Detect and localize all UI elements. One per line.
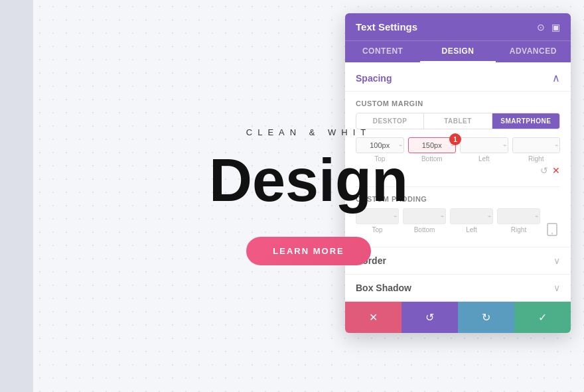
padding-bottom-wrapper: ⌁ — [403, 208, 446, 224]
border-section[interactable]: Border ∨ — [345, 247, 571, 274]
padding-bottom-input[interactable] — [403, 208, 446, 224]
left-sidebar — [0, 0, 33, 392]
tab-content[interactable]: Content — [345, 41, 420, 62]
margin-left-label: Left — [478, 155, 490, 163]
padding-right-wrapper: ⌁ — [497, 208, 540, 224]
padding-right-input[interactable] — [497, 208, 540, 224]
clean-text: CLEAN & WHIT — [246, 127, 371, 137]
margin-bottom-group: 1 ⌁ Bottom — [408, 137, 457, 163]
margin-right-wrapper: ⌁ — [512, 137, 561, 153]
padding-bottom-label: Bottom — [414, 226, 435, 233]
spacing-title: Spacing — [356, 73, 392, 84]
padding-top-label: Top — [372, 226, 382, 233]
box-shadow-chevron: ∨ — [553, 283, 560, 293]
custom-margin-label: Custom Margin — [356, 99, 560, 107]
design-text: Design — [209, 151, 408, 210]
padding-left-wrapper: ⌁ — [450, 208, 493, 224]
panel-tabs: Content Design Advanced — [345, 40, 571, 62]
redo-button[interactable]: ↻ — [458, 302, 514, 333]
spacing-toggle[interactable]: ∧ — [552, 72, 560, 84]
columns-icon[interactable]: ▣ — [551, 22, 560, 33]
tab-smartphone[interactable]: SMARTPHONE — [492, 113, 559, 129]
link-icon-left: ⌁ — [503, 142, 506, 149]
box-shadow-section[interactable]: Box Shadow ∨ — [345, 274, 571, 301]
panel-footer: ✕ ↺ ↻ ✓ — [345, 301, 571, 333]
link-icon-pad-bottom: ⌁ — [441, 213, 444, 220]
settings-icon[interactable]: ⊙ — [537, 22, 545, 33]
clear-margin-icon[interactable]: ✕ — [552, 165, 560, 176]
tab-advanced[interactable]: Advanced — [496, 41, 571, 62]
undo-button[interactable]: ↺ — [402, 302, 458, 333]
margin-right-input[interactable] — [512, 137, 561, 153]
panel-header-icons: ⊙ ▣ — [537, 22, 560, 33]
panel-header: Text Settings ⊙ ▣ — [345, 13, 571, 40]
margin-left-group: ⌁ Left — [460, 137, 508, 163]
learn-more-button[interactable]: LEARN MORE — [246, 237, 370, 265]
mobile-icon-button[interactable] — [544, 223, 560, 236]
padding-left-label: Left — [466, 226, 477, 233]
link-icon-right: ⌁ — [555, 142, 558, 149]
margin-left-input[interactable] — [460, 137, 508, 153]
tab-design[interactable]: Design — [420, 41, 495, 62]
box-shadow-title: Box Shadow — [356, 283, 411, 293]
border-chevron: ∨ — [553, 255, 560, 266]
mobile-icon — [547, 223, 557, 236]
tab-tablet[interactable]: TABLET — [424, 113, 492, 129]
link-icon-pad-left: ⌁ — [488, 213, 491, 220]
padding-bottom-group: ⌁ Bottom — [403, 208, 446, 233]
padding-left-input[interactable] — [450, 208, 493, 224]
cancel-button[interactable]: ✕ — [345, 302, 402, 333]
margin-left-wrapper: ⌁ — [460, 137, 508, 153]
panel-title: Text Settings — [356, 21, 417, 33]
margin-right-group: ⌁ Right — [512, 137, 561, 163]
link-icon-pad-top: ⌁ — [394, 213, 397, 220]
svg-point-1 — [551, 233, 553, 234]
reset-margin-icon[interactable]: ↺ — [540, 165, 548, 176]
padding-right-label: Right — [511, 226, 526, 233]
margin-bottom-label: Bottom — [421, 155, 443, 163]
confirm-button[interactable]: ✓ — [514, 302, 571, 333]
margin-bottom-wrapper: 1 ⌁ — [408, 137, 457, 153]
padding-right-group: ⌁ Right — [497, 208, 540, 233]
link-icon-pad-right: ⌁ — [535, 213, 538, 220]
padding-left-group: ⌁ Left — [450, 208, 493, 233]
badge: 1 — [449, 133, 461, 145]
device-tabs: DESKTOP TABLET SMARTPHONE — [356, 113, 560, 129]
spacing-section-header: Spacing ∧ — [345, 62, 571, 92]
margin-right-label: Right — [528, 155, 544, 163]
